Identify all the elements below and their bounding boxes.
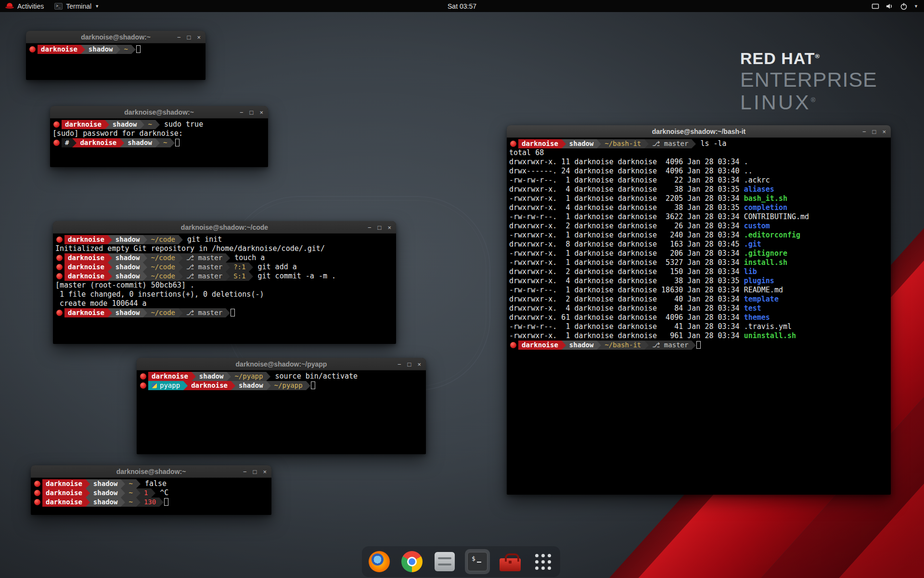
window-title: darknoise@shadow:~: [116, 468, 186, 475]
prompt-segment-host: shadow: [90, 479, 121, 488]
minimize-button[interactable]: −: [398, 361, 401, 368]
powerline-separator-icon: [155, 138, 160, 147]
terminal-content[interactable]: darknoiseshadow~ falsedarknoiseshadow~1 …: [31, 478, 271, 515]
prompt-segment-git-branch: ⎇ master: [183, 308, 226, 317]
dock-item-terminal[interactable]: [465, 549, 490, 574]
branding-text: RED HAT: [740, 49, 815, 67]
app-menu-terminal[interactable]: Terminal ▼: [49, 0, 104, 12]
terminal-icon: [467, 552, 488, 571]
terminal-text: .gitignore: [744, 249, 787, 258]
powerline-separator-icon: [159, 498, 164, 507]
redhat-prompt-icon: [140, 382, 146, 389]
prompt-segment-path: ~/code: [147, 253, 179, 263]
powerline-separator-icon: [179, 253, 183, 263]
terminal-line: darknoiseshadow~ false: [33, 479, 269, 488]
prompt-segment-user: darknoise: [64, 272, 108, 281]
terminal-cursor: [175, 139, 180, 146]
prompt-segment-user: darknoise: [42, 488, 86, 498]
terminal-content[interactable]: darknoiseshadow~: [26, 43, 205, 80]
maximize-button[interactable]: □: [873, 129, 876, 135]
terminal-text: sudo true: [160, 120, 203, 129]
redhat-prompt-icon: [56, 310, 63, 316]
terminal-window-bash-it[interactable]: darknoise@shadow:~/bash-it − □ × darknoi…: [507, 125, 891, 495]
terminal-text: .ackrc: [744, 176, 770, 184]
terminal-text: drwxrwxr-x. 4 darknoise darknoise 38 Jan…: [509, 185, 744, 194]
terminal-line: drwxrwxr-x. 11 darknoise darknoise 4096 …: [509, 158, 888, 167]
terminal-window-home-2[interactable]: darknoise@shadow:~ − □ × darknoiseshadow…: [31, 465, 271, 515]
dock-item-toolbox[interactable]: [498, 549, 523, 574]
powerline-separator-icon: [644, 139, 649, 148]
minimize-button[interactable]: −: [240, 109, 244, 116]
activities-button[interactable]: Activities: [0, 0, 49, 12]
close-button[interactable]: ×: [387, 224, 391, 231]
dock-item-firefox[interactable]: [367, 549, 392, 574]
window-titlebar[interactable]: darknoise@shadow:~/bash-it − □ ×: [507, 125, 891, 138]
prompt-segment-path: ~/bash-it: [601, 341, 644, 350]
terminal-content[interactable]: darknoiseshadow~/bash-it⎇ master ls -lat…: [507, 138, 891, 495]
prompt-segment-host: shadow: [90, 498, 121, 507]
prompt-segment-git-status: S:1: [230, 272, 249, 281]
maximize-button[interactable]: □: [250, 109, 254, 116]
window-titlebar[interactable]: darknoise@shadow:~/pyapp − □ ×: [137, 358, 426, 370]
window-controls: − □ ×: [862, 125, 886, 138]
terminal-line: -rwxrwxr-x. 1 darknoise darknoise 2205 J…: [509, 194, 888, 203]
window-controls: − □ ×: [243, 465, 267, 478]
close-button[interactable]: ×: [197, 34, 201, 40]
system-status-area[interactable]: ▼: [872, 0, 924, 12]
prompt-segment-user: darknoise: [518, 341, 562, 350]
window-titlebar[interactable]: darknoise@shadow:~/code − □ ×: [53, 221, 396, 234]
powerline-separator-icon: [179, 263, 183, 272]
close-button[interactable]: ×: [259, 109, 263, 116]
terminal-cursor: [696, 341, 701, 349]
terminal-content[interactable]: darknoiseshadow~/pyapp source bin/activa…: [137, 370, 426, 454]
minimize-button[interactable]: −: [862, 129, 866, 135]
close-button[interactable]: ×: [417, 361, 421, 368]
terminal-text: .: [744, 158, 748, 166]
powerline-separator-icon: [121, 479, 125, 488]
window-title: darknoise@shadow:~: [124, 108, 194, 116]
terminal-window-sudo[interactable]: darknoise@shadow:~ − □ × darknoiseshadow…: [50, 106, 268, 167]
window-titlebar[interactable]: darknoise@shadow:~ − □ ×: [26, 31, 205, 43]
terminal-text: -rw-rw-r--. 1 darknoise darknoise 41 Jan…: [509, 322, 744, 331]
terminal-text: -rwxrwxr-x. 1 darknoise darknoise 5327 J…: [509, 258, 744, 267]
terminal-line: darknoiseshadow~/code⎇ masterS:1 git com…: [55, 272, 394, 281]
prompt-segment-user: darknoise: [77, 138, 120, 147]
prompt-segment-host: shadow: [85, 45, 116, 54]
dock-item-chrome[interactable]: [399, 549, 424, 574]
maximize-button[interactable]: □: [187, 34, 191, 40]
powerline-separator-icon: [231, 381, 235, 390]
redhat-prompt-icon: [56, 236, 63, 243]
dock-item-show-applications[interactable]: [530, 549, 555, 574]
terminal-content[interactable]: darknoiseshadow~/code git initInitialize…: [53, 234, 396, 344]
prompt-segment-path: ~: [125, 498, 136, 507]
maximize-button[interactable]: □: [253, 469, 257, 475]
terminal-text: .editorconfig: [744, 231, 800, 239]
minimize-button[interactable]: −: [368, 224, 372, 231]
files-icon: [435, 552, 455, 571]
terminal-line: -rw-rw-r--. 1 darknoise darknoise 18630 …: [509, 286, 888, 295]
dock: [362, 546, 560, 577]
close-button[interactable]: ×: [882, 129, 886, 135]
terminal-line: darknoiseshadow~/code⎇ master?:1 git add…: [55, 263, 394, 272]
window-titlebar[interactable]: darknoise@shadow:~ − □ ×: [31, 465, 271, 478]
close-button[interactable]: ×: [263, 469, 267, 475]
terminal-text: .travis.yml: [744, 322, 792, 331]
maximize-button[interactable]: □: [378, 224, 382, 231]
maximize-button[interactable]: □: [408, 361, 411, 368]
powerline-separator-icon: [121, 488, 125, 498]
prompt-segment-path: ~/code: [147, 308, 179, 317]
powerline-separator-icon: [120, 138, 124, 147]
powerline-separator-icon: [226, 272, 230, 281]
redhat-prompt-icon: [56, 255, 63, 261]
window-titlebar[interactable]: darknoise@shadow:~ − □ ×: [50, 106, 268, 118]
minimize-button[interactable]: −: [243, 469, 247, 475]
dock-item-files[interactable]: [432, 549, 457, 574]
clock[interactable]: Sat 03:57: [448, 2, 476, 10]
terminal-window-code[interactable]: darknoise@shadow:~/code − □ × darknoises…: [53, 221, 396, 344]
terminal-content[interactable]: darknoiseshadow~ sudo true[sudo] passwor…: [50, 118, 268, 167]
minimize-button[interactable]: −: [177, 34, 181, 40]
terminal-text: -rwxrwxr-x. 1 darknoise darknoise 240 Ja…: [509, 231, 744, 239]
terminal-window-home-1[interactable]: darknoise@shadow:~ − □ × darknoiseshadow…: [26, 31, 205, 80]
prompt-segment-user: darknoise: [188, 381, 231, 390]
terminal-window-pyapp[interactable]: darknoise@shadow:~/pyapp − □ × darknoise…: [137, 358, 426, 454]
